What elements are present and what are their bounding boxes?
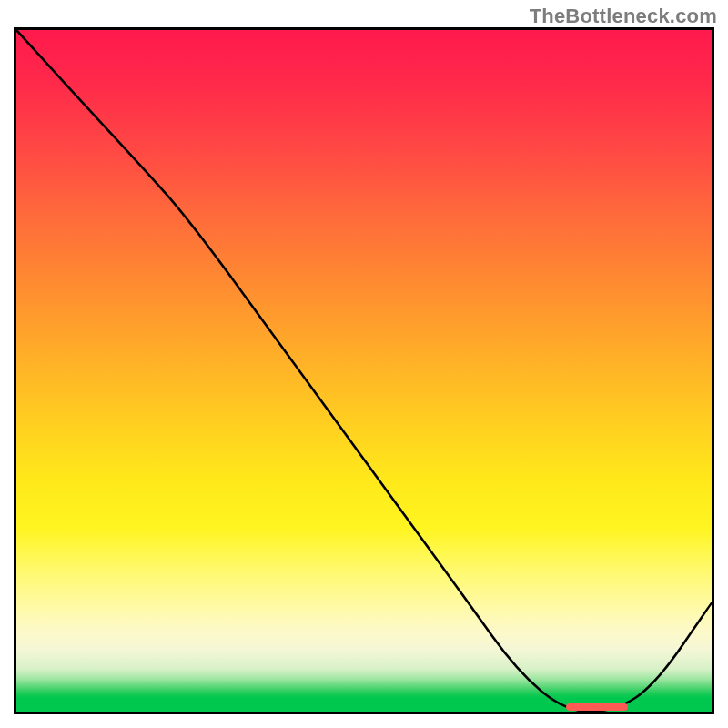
optimum-marker <box>566 703 629 711</box>
bottleneck-curve <box>16 30 712 712</box>
chart-area <box>14 27 714 714</box>
watermark-text: TheBottleneck.com <box>530 5 717 28</box>
curve-path <box>16 30 712 712</box>
